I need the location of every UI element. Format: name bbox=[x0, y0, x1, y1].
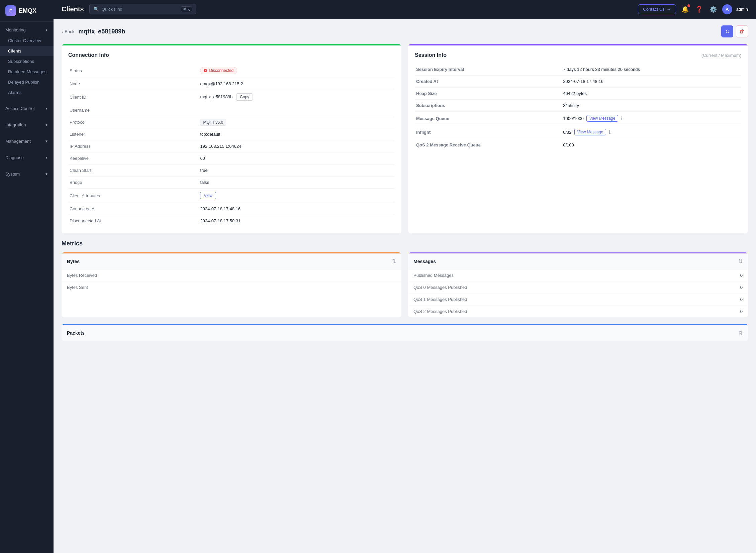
table-row: Bridge false bbox=[68, 176, 395, 188]
listener-value: tcp:default bbox=[199, 129, 395, 140]
status-dot-icon bbox=[204, 69, 207, 72]
table-row: IP Address 192.168.215.1:64624 bbox=[68, 140, 395, 152]
connected-at-label: Connected At bbox=[68, 203, 199, 215]
bytes-received-label: Bytes Received bbox=[67, 273, 97, 278]
logo-text: EMQX bbox=[19, 7, 37, 14]
list-item: QoS 2 Messages Published 0 bbox=[408, 306, 748, 317]
created-at-label: Created At bbox=[415, 76, 562, 88]
sidebar-section-integration[interactable]: Integration ▼ bbox=[0, 120, 54, 131]
session-expiry-label: Session Expiry Interval bbox=[415, 64, 562, 76]
bridge-value: false bbox=[199, 176, 395, 188]
sidebar-item-alarms[interactable]: Alarms bbox=[0, 87, 54, 98]
qos2-published-value: 0 bbox=[740, 309, 743, 314]
username-label: Username bbox=[68, 104, 199, 116]
refresh-button[interactable]: ↻ bbox=[721, 25, 733, 37]
table-row: Username bbox=[68, 104, 395, 116]
admin-label: admin bbox=[736, 7, 748, 12]
help-button[interactable]: ❓ bbox=[694, 4, 704, 14]
sidebar-item-retained-messages[interactable]: Retained Messages bbox=[0, 67, 54, 77]
qos1-published-label: QoS 1 Messages Published bbox=[413, 297, 467, 302]
qos2-published-label: QoS 2 Messages Published bbox=[413, 309, 467, 314]
management-chevron-icon: ▼ bbox=[45, 139, 48, 143]
node-value: emqx@192.168.215.2 bbox=[199, 78, 395, 90]
inflight-info-icon[interactable]: ℹ bbox=[609, 130, 611, 135]
sidebar-item-delayed-publish[interactable]: Delayed Publish bbox=[0, 77, 54, 87]
view-client-attributes-button[interactable]: View bbox=[200, 192, 216, 199]
metrics-title: Metrics bbox=[62, 240, 748, 247]
table-row: Connected At 2024-07-18 17:48:16 bbox=[68, 203, 395, 215]
settings-button[interactable]: ⚙️ bbox=[708, 4, 718, 14]
username-value bbox=[199, 104, 395, 116]
packets-expand-icon[interactable]: ⇅ bbox=[738, 330, 743, 336]
ip-address-value: 192.168.215.1:64624 bbox=[199, 140, 395, 152]
protocol-badge: MQTT v5.0 bbox=[200, 119, 226, 126]
bytes-sent-label: Bytes Sent bbox=[67, 285, 88, 290]
view-inflight-button[interactable]: View Message bbox=[574, 129, 607, 136]
avatar: A bbox=[722, 4, 732, 14]
search-keyboard-shortcut: ⌘ K bbox=[181, 6, 192, 12]
list-item: Published Messages 0 bbox=[408, 269, 748, 282]
packets-card-header: Packets ⇅ bbox=[62, 324, 748, 341]
connected-at-value: 2024-07-18 17:48:16 bbox=[199, 203, 395, 215]
client-id-value: mqttx_e581989b bbox=[200, 94, 232, 99]
table-row: Session Expiry Interval 7 days 12 hours … bbox=[415, 64, 741, 76]
table-row: Client ID mqttx_e581989b Copy bbox=[68, 90, 395, 104]
qos2-label: QoS 2 Message Receive Queue bbox=[415, 139, 562, 151]
created-at-value: 2024-07-18 17:48:16 bbox=[562, 76, 741, 88]
list-item: Bytes Received bbox=[62, 269, 401, 282]
messages-card-header: Messages ⇅ bbox=[408, 252, 748, 269]
logo: E EMQX bbox=[0, 0, 54, 22]
table-row: QoS 2 Message Receive Queue 0/100 bbox=[415, 139, 741, 151]
search-placeholder: Quick Find bbox=[102, 7, 179, 12]
view-message-queue-button[interactable]: View Message bbox=[587, 115, 619, 122]
sidebar-item-cluster-overview[interactable]: Cluster Overview bbox=[0, 35, 54, 46]
sidebar-item-subscriptions[interactable]: Subscriptions bbox=[0, 56, 54, 67]
delete-button[interactable]: 🗑 bbox=[736, 25, 748, 37]
contact-us-button[interactable]: Contact Us → bbox=[638, 4, 676, 14]
clean-start-label: Clean Start bbox=[68, 164, 199, 176]
table-row: Listener tcp:default bbox=[68, 129, 395, 140]
back-button[interactable]: ‹ Back bbox=[62, 28, 74, 34]
qos0-published-label: QoS 0 Messages Published bbox=[413, 285, 467, 290]
sidebar-section-management[interactable]: Management ▼ bbox=[0, 136, 54, 147]
keepalive-value: 60 bbox=[199, 152, 395, 164]
subscriptions-label: Subscriptions bbox=[415, 100, 562, 112]
table-row: Status Disconnected bbox=[68, 64, 395, 78]
table-row: Clean Start true bbox=[68, 164, 395, 176]
connection-info-card: Connection Info Status Disconnected bbox=[62, 44, 401, 233]
listener-label: Listener bbox=[68, 129, 199, 140]
heap-size-label: Heap Size bbox=[415, 88, 562, 100]
sidebar-item-clients[interactable]: Clients bbox=[0, 46, 54, 56]
copy-button[interactable]: Copy bbox=[236, 93, 253, 101]
notifications-button[interactable]: 🔔 bbox=[680, 4, 690, 14]
access-control-chevron-icon: ▼ bbox=[45, 107, 48, 110]
table-row: Disconnected At 2024-07-18 17:50:31 bbox=[68, 215, 395, 227]
search-bar[interactable]: 🔍 Quick Find ⌘ K bbox=[89, 4, 196, 14]
session-expiry-value: 7 days 12 hours 33 minutes 20 seconds bbox=[562, 64, 741, 76]
sidebar-section-monitoring[interactable]: Monitoring ▲ bbox=[0, 24, 54, 35]
table-row: Client Attributes View bbox=[68, 188, 395, 203]
monitoring-chevron-icon: ▲ bbox=[45, 28, 48, 32]
sidebar-section-system[interactable]: System ▼ bbox=[0, 168, 54, 179]
sidebar-section-access-control[interactable]: Access Control ▼ bbox=[0, 103, 54, 114]
sidebar-section-diagnose[interactable]: Diagnose ▼ bbox=[0, 152, 54, 163]
message-queue-label: Message Queue bbox=[415, 112, 562, 126]
content: ‹ Back mqttx_e581989b ↻ 🗑 Connection Inf… bbox=[54, 19, 756, 553]
packets-card: Packets ⇅ bbox=[62, 324, 748, 341]
back-arrow-icon: ‹ bbox=[62, 28, 63, 34]
logo-icon: E bbox=[5, 5, 16, 16]
subscriptions-value: 3/infinity bbox=[562, 100, 741, 112]
protocol-label: Protocol bbox=[68, 116, 199, 129]
message-queue-info-icon[interactable]: ℹ bbox=[621, 116, 623, 121]
table-row: Keepalive 60 bbox=[68, 152, 395, 164]
messages-title: Messages bbox=[413, 259, 436, 264]
status-badge: Disconnected bbox=[200, 67, 237, 74]
table-row: Heap Size 46422 bytes bbox=[415, 88, 741, 100]
inflight-value: 0/32 bbox=[563, 130, 571, 135]
bytes-expand-icon[interactable]: ⇅ bbox=[392, 258, 396, 264]
notification-badge bbox=[687, 4, 690, 7]
metrics-row: Bytes ⇅ Bytes Received Bytes Sent bbox=[62, 252, 748, 317]
bytes-card-header: Bytes ⇅ bbox=[62, 252, 401, 269]
session-info-card: Session Info (Current / Maximum) Session… bbox=[408, 44, 748, 233]
messages-expand-icon[interactable]: ⇅ bbox=[738, 258, 743, 264]
